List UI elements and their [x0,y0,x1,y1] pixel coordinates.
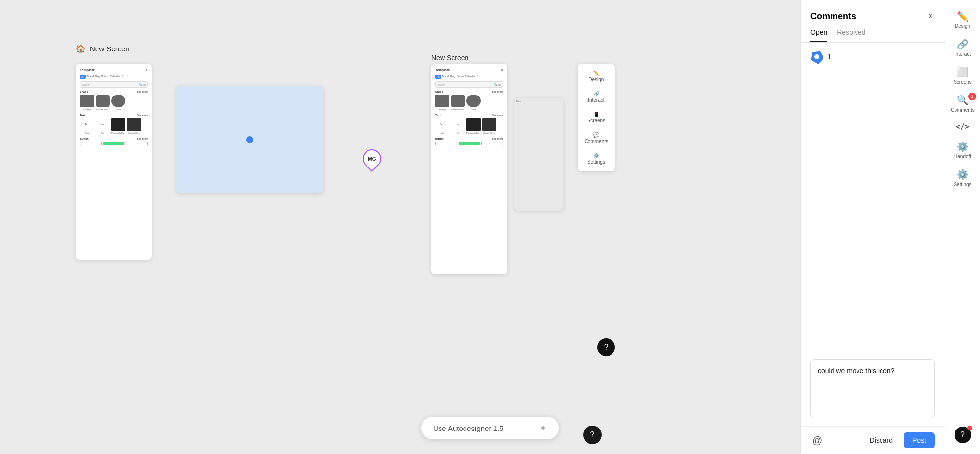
text-see-more-right[interactable]: See more [492,114,503,117]
tab-more-right[interactable]: C [477,75,479,79]
button-items-right [435,142,503,145]
help-circle: ? [955,427,971,443]
shape-circle-label: Circle [116,108,121,111]
comments-tabs: Open Resolved [801,23,945,43]
template-search-right[interactable]: Search 🔍 ⊞ [435,81,503,88]
comment-actions: @ Discard Post [801,426,945,454]
ct-design-label: Design [588,77,604,82]
handoff-icon: ⚙️ [957,141,969,152]
comments-badge: 1 [968,93,976,100]
tab-brand-right[interactable]: Brand [442,75,449,79]
btn-green[interactable] [103,142,124,145]
screen-preview-canvas[interactable] [176,86,323,193]
sidebar-item-comments[interactable]: 🔍 1 Comments [945,90,980,118]
sparkle-icon: ✦ [539,423,547,433]
home-icon: 🏠 [76,44,86,53]
ct-design[interactable]: ✏️ Design [585,67,608,86]
settings-label: Settings [954,182,971,187]
comments-icon-ct: 💬 [593,132,599,138]
text-item-txt[interactable]: Txt [96,118,110,131]
ct-screens-label: Screens [587,118,605,123]
tab-more[interactable]: C [122,75,123,79]
design-icon: ✏️ [957,11,969,22]
screens-icon: 📱 [593,112,599,117]
button-see-more-right[interactable]: See more [492,137,503,140]
tab-button-right[interactable]: Button [457,75,464,79]
button-section-right: Button See more [435,137,503,140]
shape-items: Rectangl Rounded Rect... Circle [80,95,148,111]
shape-rounded-right[interactable] [451,95,465,107]
discard-btn[interactable]: Discard [864,432,899,448]
sidebar-item-interact[interactable]: 🔗 Interact [945,34,980,62]
sidebar-item-settings[interactable]: ⚙️ Settings [945,164,980,192]
comment-badge: 1 [810,50,935,63]
template-title-right: Template [435,68,450,72]
interact-icon: 🔗 [957,39,969,50]
sidebar-item-design[interactable]: ✏️ Design [945,6,980,34]
text-txt-right[interactable]: Txt [451,118,465,131]
tab-blog-right[interactable]: Blog [450,75,455,79]
shape-see-more-right[interactable]: See more [492,90,503,93]
canvas-toolbar: ✏️ Design 🔗 Interact 📱 Screens 💬 Comment… [578,64,615,171]
shape-rect-right[interactable] [435,95,449,107]
screens-label: Screens [954,79,972,85]
comments-sidebar-icon: 🔍 [957,95,969,106]
comment-input-area[interactable]: could we move this icon? [810,359,935,418]
shape-section-header: Shape See more [80,90,148,93]
shape-rounded[interactable] [96,95,110,107]
btn-outline-r2[interactable] [481,142,503,145]
comments-body: 1 [801,43,945,359]
help-btn-main[interactable]: ? [583,426,602,444]
shape-circle[interactable] [111,95,125,107]
template-search[interactable]: Search 🔍 ⊞ [80,81,148,88]
ct-interact[interactable]: 🔗 Interact [584,87,608,107]
template-close-btn[interactable]: × [146,68,148,72]
ct-comments[interactable]: 💬 Comments [581,128,612,148]
mg-avatar-pin: MG [363,149,382,171]
template-close-btn-right[interactable]: × [501,68,503,72]
shape-see-more[interactable]: See more [137,90,148,93]
ct-screens[interactable]: 📱 Screens [583,108,609,127]
tab-blog[interactable]: Blog [95,75,100,79]
btn-outline-2[interactable] [126,142,148,145]
comments-badge-number: 1 [971,94,973,99]
comments-close-btn[interactable]: × [927,10,935,23]
tab-button[interactable]: Button [101,75,108,79]
tab-open[interactable]: Open [810,28,827,42]
btn-green-r[interactable] [459,142,480,145]
button-see-more[interactable]: See more [137,137,148,140]
text-item-text[interactable]: Text [80,118,94,131]
text-items-right: Text Text Txt Txt ••• Paragraph Bla... •… [435,118,503,134]
shape-circle-right[interactable] [466,95,481,107]
tab-all[interactable]: All [80,75,86,79]
mention-btn[interactable]: @ [810,433,824,448]
text-label: Text [80,114,85,117]
tab-calendar-right[interactable]: Calendar [465,75,475,79]
tab-all-right[interactable]: All [435,75,441,79]
canvas-help-btn[interactable]: ? [597,338,615,356]
ct-settings[interactable]: ⚙️ Settings [584,149,609,168]
tab-resolved[interactable]: Resolved [837,28,865,42]
sidebar-item-handoff[interactable]: ⚙️ Handoff [945,136,980,164]
tab-brand[interactable]: Brand [87,75,94,79]
btn-outline-1[interactable] [80,142,102,145]
text-see-more[interactable]: See more [137,114,148,117]
autodesigner-bar[interactable]: Use Autodesigner 1.5 ✦ [421,417,559,439]
sidebar-item-code[interactable]: </> [945,118,980,136]
pencil-icon: ✏️ [593,71,599,76]
text-section-right: Text See more [435,114,503,117]
shape-rectangle[interactable] [80,95,94,107]
text-text-right[interactable]: Text [435,118,449,131]
screen-label-left: 🏠 New Screen [76,44,130,53]
sidebar-item-help[interactable]: ? [945,422,980,448]
help-icon: ? [590,430,595,439]
comments-label: Comments [951,107,974,113]
text-section-header: Text See more [80,114,148,117]
tab-calendar[interactable]: Calendar [110,75,120,79]
help-question-mark: ? [960,430,965,439]
post-btn[interactable]: Post [904,432,935,448]
button-items [80,142,148,145]
far-right-sidebar: ✏️ Design 🔗 Interact ⬜ Screens 🔍 1 Comme… [945,0,980,454]
sidebar-item-screens[interactable]: ⬜ Screens [945,62,980,90]
btn-outline-r1[interactable] [435,142,457,145]
